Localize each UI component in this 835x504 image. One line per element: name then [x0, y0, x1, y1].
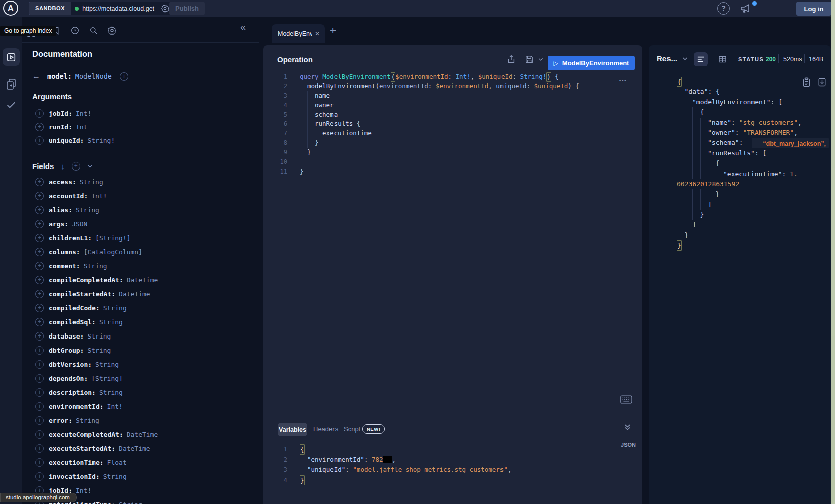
add-field-icon[interactable]: +: [35, 206, 44, 214]
code-token: }: [300, 475, 305, 486]
field-type: Float: [107, 459, 127, 466]
announcements-megaphone-icon[interactable]: [739, 2, 751, 14]
add-field-icon[interactable]: +: [35, 304, 44, 312]
doc-field-row[interactable]: +access:String: [22, 175, 259, 189]
search-icon[interactable]: [89, 26, 98, 35]
add-field-icon[interactable]: +: [35, 472, 44, 481]
publish-button[interactable]: Publish: [169, 2, 205, 15]
keyboard-shortcuts-icon[interactable]: [620, 395, 632, 404]
add-field-icon[interactable]: +: [35, 248, 44, 256]
doc-field-row[interactable]: +columns:[CatalogColumn]: [22, 245, 259, 259]
collapse-panel-icon[interactable]: «: [240, 21, 246, 33]
code-line: }: [664, 210, 824, 220]
doc-field-row[interactable]: +uniqueId:String!: [22, 134, 259, 147]
response-view-json-icon[interactable]: [694, 52, 708, 66]
doc-field-row[interactable]: +invocationId:String: [22, 469, 259, 483]
doc-field-row[interactable]: +executionTime:Float: [22, 455, 259, 469]
add-field-icon[interactable]: +: [35, 123, 44, 131]
add-field-icon[interactable]: +: [35, 374, 44, 383]
doc-field-row[interactable]: +executeStartedAt:DateTime: [22, 441, 259, 455]
doc-field-row[interactable]: +dbtGroup:String: [22, 343, 259, 357]
doc-field-row[interactable]: +compiledSql:String: [22, 315, 259, 329]
code-line: 3name: [263, 91, 642, 101]
code-line: {: [664, 107, 824, 117]
operation-code-editor[interactable]: 1query ModelByEnvironment($environmentId…: [263, 68, 642, 177]
save-options-chevron-icon[interactable]: [538, 58, 543, 61]
collapse-variables-icon[interactable]: [624, 424, 631, 431]
add-field-icon[interactable]: +: [35, 220, 44, 228]
doc-field-row[interactable]: +runId:Int: [22, 120, 259, 134]
add-field-icon[interactable]: +: [35, 109, 44, 118]
code-token: "owner": [708, 128, 735, 138]
add-field-icon[interactable]: +: [35, 458, 44, 467]
line-number: 1: [263, 72, 287, 82]
add-tab-icon[interactable]: +: [330, 26, 336, 36]
add-field-icon[interactable]: +: [35, 234, 44, 242]
doc-field-row[interactable]: +compileStartedAt:DateTime: [22, 287, 259, 301]
tab-script[interactable]: Script: [344, 425, 360, 433]
add-field-icon[interactable]: +: [35, 430, 44, 439]
response-view-table-icon[interactable]: [718, 55, 727, 64]
breadcrumb-type-link[interactable]: ModelNode: [75, 72, 112, 80]
tab-variables[interactable]: Variables: [278, 423, 307, 436]
doc-field-row[interactable]: +childrenL1:[String!]: [22, 231, 259, 245]
endpoint-url-text[interactable]: https://metadata.cloud.get: [82, 5, 157, 12]
field-type: Int!: [76, 110, 91, 117]
add-field-icon[interactable]: +: [35, 136, 44, 145]
share-operation-icon[interactable]: [506, 54, 516, 64]
add-field-icon[interactable]: +: [120, 72, 128, 81]
save-operation-icon[interactable]: [524, 54, 534, 64]
add-field-icon[interactable]: +: [35, 290, 44, 298]
add-field-icon[interactable]: +: [35, 360, 44, 369]
checks-nav-icon[interactable]: [5, 99, 17, 110]
back-arrow-icon[interactable]: ←: [32, 72, 47, 81]
doc-field-row[interactable]: +args:JSON: [22, 217, 259, 231]
doc-field-row[interactable]: +database:String: [22, 329, 259, 343]
history-icon[interactable]: [70, 26, 80, 35]
add-field-icon[interactable]: +: [35, 388, 44, 397]
doc-field-row[interactable]: +compiledCode:String: [22, 301, 259, 315]
code-token: ,: [794, 128, 798, 138]
settings-gear-icon[interactable]: [107, 26, 117, 35]
add-field-icon[interactable]: +: [35, 276, 44, 284]
add-field-icon[interactable]: +: [35, 402, 44, 411]
endpoint-settings-gear-icon[interactable]: [161, 4, 170, 13]
doc-field-row[interactable]: +compileCompletedAt:DateTime: [22, 273, 259, 287]
apollo-logo-icon[interactable]: A: [3, 1, 18, 16]
field-name: error:: [49, 417, 72, 424]
add-field-icon[interactable]: +: [35, 346, 44, 355]
add-field-icon[interactable]: +: [35, 192, 44, 200]
close-tab-icon[interactable]: ✕: [315, 30, 320, 37]
endpoint-url-input[interactable]: https://metadata.cloud.get: [71, 2, 174, 15]
chevron-down-icon[interactable]: [87, 164, 93, 169]
help-icon[interactable]: ?: [717, 2, 730, 15]
doc-field-row[interactable]: +alias:String: [22, 203, 259, 217]
schema-docs-nav-icon[interactable]: [5, 78, 17, 91]
explorer-nav-icon[interactable]: [3, 48, 20, 66]
indent-guide: [708, 169, 716, 179]
doc-field-row[interactable]: +executeCompletedAt:DateTime: [22, 427, 259, 441]
tab-headers[interactable]: Headers: [313, 425, 338, 433]
doc-field-row[interactable]: +accountId:Int!: [22, 189, 259, 203]
doc-field-row[interactable]: +description:String: [22, 385, 259, 399]
doc-field-row[interactable]: +dbtVersion:String: [22, 357, 259, 371]
doc-field-row[interactable]: +comment:String: [22, 259, 259, 273]
code-token: "stg_customers": [739, 118, 798, 128]
login-button[interactable]: Log in: [796, 2, 831, 16]
doc-field-row[interactable]: +jobId:Int!: [22, 107, 259, 120]
response-title-dropdown[interactable]: Res...: [657, 54, 688, 63]
add-field-icon[interactable]: +: [35, 318, 44, 326]
sort-fields-icon[interactable]: ↓: [61, 162, 65, 171]
code-token: }: [315, 138, 319, 148]
doc-field-row[interactable]: +error:String: [22, 413, 259, 427]
add-field-icon[interactable]: +: [35, 332, 44, 341]
add-field-icon[interactable]: +: [35, 444, 44, 453]
add-field-icon[interactable]: +: [35, 416, 44, 425]
variables-editor[interactable]: 1{2"environmentId": 782,3"uniqueId": "mo…: [263, 441, 642, 485]
add-field-icon[interactable]: +: [35, 262, 44, 270]
doc-field-row[interactable]: +environmentId:Int!: [22, 399, 259, 413]
doc-field-row[interactable]: +dependsOn:[String]: [22, 371, 259, 385]
add-field-icon[interactable]: +: [35, 178, 44, 186]
tab-modelbyenvironment[interactable]: ModelByEnvi... ✕: [272, 24, 325, 43]
add-all-fields-icon[interactable]: +: [72, 162, 80, 171]
